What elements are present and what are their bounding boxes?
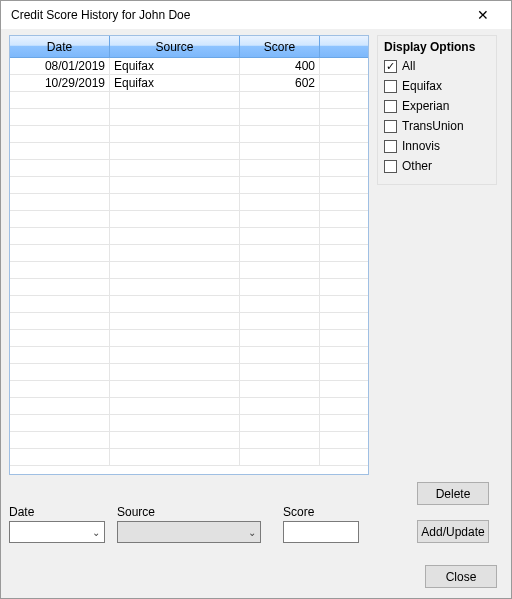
table-row[interactable] — [10, 194, 368, 211]
titlebar: Credit Score History for John Doe ✕ — [1, 1, 511, 29]
table-row[interactable] — [10, 177, 368, 194]
source-combo[interactable]: ⌄ — [117, 521, 261, 543]
display-option-transunion[interactable]: TransUnion — [384, 116, 490, 136]
cell-score — [240, 296, 320, 312]
cell-score — [240, 415, 320, 431]
cell-source — [110, 279, 240, 295]
cell-spacer — [320, 296, 368, 312]
cell-spacer — [320, 58, 368, 74]
table-row[interactable] — [10, 92, 368, 109]
cell-date — [10, 381, 110, 397]
cell-source: Equifax — [110, 58, 240, 74]
chevron-down-icon: ⌄ — [248, 527, 256, 538]
cell-spacer — [320, 160, 368, 176]
table-row[interactable] — [10, 432, 368, 449]
table-row[interactable] — [10, 364, 368, 381]
checkbox-icon[interactable] — [384, 140, 397, 153]
cell-spacer — [320, 330, 368, 346]
score-grid[interactable]: Date Source Score 08/01/2019Equifax40010… — [9, 35, 369, 475]
grid-body[interactable]: 08/01/2019Equifax40010/29/2019Equifax602 — [10, 58, 368, 474]
cell-spacer — [320, 432, 368, 448]
cell-score — [240, 92, 320, 108]
cell-date: 10/29/2019 — [10, 75, 110, 91]
display-option-equifax[interactable]: Equifax — [384, 76, 490, 96]
display-option-label: TransUnion — [402, 119, 464, 133]
cell-score — [240, 330, 320, 346]
window-title: Credit Score History for John Doe — [11, 8, 190, 22]
cell-score — [240, 109, 320, 125]
cell-score — [240, 143, 320, 159]
cell-score — [240, 262, 320, 278]
column-header-score[interactable]: Score — [240, 36, 320, 58]
cell-date — [10, 279, 110, 295]
table-row[interactable]: 10/29/2019Equifax602 — [10, 75, 368, 92]
cell-spacer — [320, 143, 368, 159]
table-row[interactable] — [10, 160, 368, 177]
cell-score — [240, 381, 320, 397]
cell-source — [110, 92, 240, 108]
table-row[interactable] — [10, 211, 368, 228]
checkbox-icon[interactable] — [384, 100, 397, 113]
table-row[interactable] — [10, 126, 368, 143]
cell-source — [110, 449, 240, 465]
close-icon[interactable]: ✕ — [463, 7, 503, 23]
close-button[interactable]: Close — [425, 565, 497, 588]
cell-date — [10, 160, 110, 176]
table-row[interactable] — [10, 245, 368, 262]
table-row[interactable] — [10, 347, 368, 364]
table-row[interactable] — [10, 296, 368, 313]
cell-score: 400 — [240, 58, 320, 74]
table-row[interactable] — [10, 143, 368, 160]
cell-date — [10, 143, 110, 159]
cell-source — [110, 296, 240, 312]
cell-source — [110, 432, 240, 448]
cell-date — [10, 398, 110, 414]
cell-score — [240, 364, 320, 380]
table-row[interactable] — [10, 330, 368, 347]
cell-date — [10, 262, 110, 278]
table-row[interactable] — [10, 415, 368, 432]
cell-date — [10, 432, 110, 448]
display-option-all[interactable]: All — [384, 56, 490, 76]
cell-date — [10, 296, 110, 312]
checkbox-icon[interactable] — [384, 80, 397, 93]
table-row[interactable] — [10, 449, 368, 466]
display-option-other[interactable]: Other — [384, 156, 490, 176]
table-row[interactable] — [10, 313, 368, 330]
cell-spacer — [320, 313, 368, 329]
table-row[interactable] — [10, 109, 368, 126]
column-header-source[interactable]: Source — [110, 36, 240, 58]
score-input[interactable] — [283, 521, 359, 543]
cell-source — [110, 262, 240, 278]
cell-date — [10, 330, 110, 346]
cell-date — [10, 92, 110, 108]
cell-score — [240, 177, 320, 193]
checkbox-icon[interactable] — [384, 160, 397, 173]
cell-date — [10, 109, 110, 125]
add-update-button[interactable]: Add/Update — [417, 520, 489, 543]
table-row[interactable]: 08/01/2019Equifax400 — [10, 58, 368, 75]
cell-score — [240, 160, 320, 176]
cell-date — [10, 194, 110, 210]
checkbox-icon[interactable] — [384, 60, 397, 73]
cell-score — [240, 211, 320, 227]
cell-score — [240, 279, 320, 295]
cell-date — [10, 126, 110, 142]
table-row[interactable] — [10, 381, 368, 398]
cell-source — [110, 143, 240, 159]
delete-button[interactable]: Delete — [417, 482, 489, 505]
display-option-experian[interactable]: Experian — [384, 96, 490, 116]
date-combo[interactable]: ⌄ — [9, 521, 105, 543]
table-row[interactable] — [10, 279, 368, 296]
client-area: Date Source Score 08/01/2019Equifax40010… — [1, 29, 511, 598]
column-header-date[interactable]: Date — [10, 36, 110, 58]
checkbox-icon[interactable] — [384, 120, 397, 133]
table-row[interactable] — [10, 228, 368, 245]
display-option-innovis[interactable]: Innovis — [384, 136, 490, 156]
cell-spacer — [320, 126, 368, 142]
cell-spacer — [320, 364, 368, 380]
cell-spacer — [320, 262, 368, 278]
table-row[interactable] — [10, 398, 368, 415]
cell-source — [110, 194, 240, 210]
table-row[interactable] — [10, 262, 368, 279]
